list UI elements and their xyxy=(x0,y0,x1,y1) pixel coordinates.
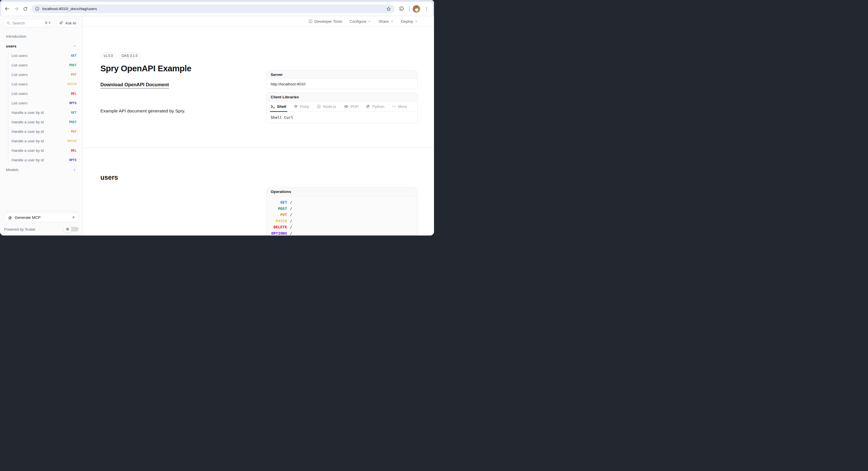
sidebar-endpoint-item[interactable]: Handle a user by id POST xyxy=(0,117,83,127)
chevron-down-icon xyxy=(368,20,371,23)
browser-menu-icon[interactable] xyxy=(422,4,431,13)
method-badge: DEL xyxy=(71,92,76,95)
sidebar-endpoint-item[interactable]: List users POST xyxy=(0,60,83,70)
sidebar-endpoint-item[interactable]: Handle a user by id DEL xyxy=(0,146,83,155)
arrow-up-right-icon xyxy=(71,216,75,219)
sidebar-endpoint-item[interactable]: List users PATCH xyxy=(0,80,83,89)
browser-toolbar: localhost:4010/_docs#tag/users xyxy=(0,2,434,16)
tab-label: More xyxy=(398,104,407,109)
sidebar-endpoint-item[interactable]: Handle a user by id GET xyxy=(0,108,83,117)
sidebar-endpoint-item[interactable]: List users OPTS xyxy=(0,98,83,108)
method-badge: PUT xyxy=(71,130,76,133)
search-input[interactable]: Search ⌘ K xyxy=(3,19,55,27)
bookmark-star-icon[interactable] xyxy=(386,6,391,11)
endpoint-label: Handle a user by id xyxy=(11,158,44,162)
users-group-label: users xyxy=(6,44,17,48)
sidebar: Search ⌘ K Ask AI Introduction users xyxy=(0,16,83,236)
client-library-tab[interactable]: More xyxy=(392,101,407,112)
ask-ai-button[interactable]: Ask AI xyxy=(57,19,79,27)
sidebar-endpoint-item[interactable]: List users DEL xyxy=(0,89,83,98)
forward-button[interactable] xyxy=(11,4,21,13)
powered-by-label[interactable]: Powered by Scalar xyxy=(4,227,35,231)
generate-mcp-button[interactable]: Generate MCP xyxy=(4,213,79,222)
operation-row[interactable]: POST / xyxy=(267,206,417,212)
endpoint-label: List users xyxy=(11,101,28,105)
method-badge: POST xyxy=(69,121,76,124)
operation-row[interactable]: OPTIONS / xyxy=(267,230,417,236)
sidebar-endpoint-item[interactable]: List users PUT xyxy=(0,70,83,80)
tab-label: Python xyxy=(372,104,384,109)
models-label: Models xyxy=(6,168,19,172)
method-badge: GET xyxy=(71,111,76,114)
header-nav-item[interactable]: Developer Tools xyxy=(309,19,342,24)
operation-method: DELETE xyxy=(267,225,287,229)
sidebar-endpoint-item[interactable]: Handle a user by id OPTS xyxy=(0,155,83,165)
server-url[interactable]: http://localhost:4010 xyxy=(267,79,417,89)
operation-method: OPTIONS xyxy=(267,231,287,236)
client-libraries-title: Client Libraries xyxy=(267,93,417,101)
search-placeholder: Search xyxy=(12,21,43,25)
server-card: Server http://localhost:4010 xyxy=(266,70,417,89)
operation-row[interactable]: GET / xyxy=(267,199,417,206)
endpoint-label: Handle a user by id xyxy=(11,139,44,143)
url-text[interactable]: localhost:4010/_docs#tag/users xyxy=(42,7,386,11)
endpoint-label: Handle a user by id xyxy=(11,148,44,153)
site-info-icon[interactable] xyxy=(35,7,39,11)
generate-mcp-label: Generate MCP xyxy=(15,215,69,220)
client-library-tab[interactable]: Shell xyxy=(271,101,286,112)
download-openapi-link[interactable]: Download OpenAPI Document xyxy=(100,82,169,87)
chevron-down-icon xyxy=(73,44,76,48)
header-nav-label: Deploy xyxy=(401,19,413,24)
info-circle-icon xyxy=(309,19,313,23)
client-library-tab[interactable]: JS Node.js xyxy=(317,101,336,112)
ellipsis-icon xyxy=(392,104,396,109)
toolbar-divider xyxy=(409,6,410,12)
client-library-tab[interactable]: Python xyxy=(366,101,384,112)
method-badge: POST xyxy=(69,64,76,67)
method-badge: GET xyxy=(71,54,76,57)
sidebar-endpoint-item[interactable]: Handle a user by id PATCH xyxy=(0,136,83,146)
sidebar-endpoint-item[interactable]: Handle a user by id PUT xyxy=(0,127,83,136)
profile-avatar[interactable] xyxy=(413,5,420,13)
method-badge: OPTS xyxy=(69,158,76,162)
url-bar[interactable]: localhost:4010/_docs#tag/users xyxy=(32,5,395,13)
sun-icon xyxy=(64,225,72,233)
client-library-tab[interactable]: php PHP xyxy=(344,101,359,112)
sidebar-endpoint-item[interactable]: List users GET xyxy=(0,51,83,60)
sparkle-icon xyxy=(59,21,63,25)
svg-text:JS: JS xyxy=(318,106,319,107)
mcp-scribble-icon xyxy=(7,215,12,220)
header-nav-item[interactable]: Deploy xyxy=(401,19,417,24)
python-icon xyxy=(366,104,370,109)
header-nav-item[interactable]: Share xyxy=(378,19,394,24)
chevron-right-icon xyxy=(73,168,76,172)
tab-label: Shell xyxy=(277,104,286,109)
endpoint-label: List users xyxy=(11,91,28,96)
terminal-icon xyxy=(271,104,275,109)
operation-path: / xyxy=(290,219,292,223)
operation-method: GET xyxy=(267,200,287,205)
php-icon: php xyxy=(344,104,348,109)
operation-row[interactable]: PUT / xyxy=(267,212,417,218)
back-button[interactable] xyxy=(2,4,11,13)
operation-path: / xyxy=(290,200,292,205)
theme-toggle[interactable] xyxy=(64,225,79,233)
operation-row[interactable]: DELETE / xyxy=(267,224,417,230)
extensions-icon[interactable] xyxy=(397,4,406,13)
operation-row[interactable]: PATCH / xyxy=(267,218,417,224)
sidebar-group-users[interactable]: users xyxy=(0,42,83,50)
sidebar-group-models[interactable]: Models xyxy=(0,165,83,174)
endpoint-label: List users xyxy=(11,72,28,77)
header-nav-item[interactable]: Configure xyxy=(349,19,371,24)
client-libraries-card: Client Libraries Shell Ruby xyxy=(266,93,417,123)
main-area: Developer Tools Configure Share xyxy=(83,16,434,236)
operations-card: Operations GET / POST / xyxy=(266,187,417,236)
sidebar-item-introduction[interactable]: Introduction xyxy=(0,32,83,40)
version-badge: v1.0.0 xyxy=(100,53,116,59)
sidebar-nav: Introduction users List users GET xyxy=(0,32,83,174)
reload-button[interactable] xyxy=(21,4,30,13)
chevron-down-icon xyxy=(391,20,394,23)
client-library-tab[interactable]: Ruby xyxy=(293,101,309,112)
browser-chrome: localhost:4010/_docs#tag/users xyxy=(0,0,434,16)
code-sample[interactable]: Shell Curl xyxy=(267,112,417,123)
